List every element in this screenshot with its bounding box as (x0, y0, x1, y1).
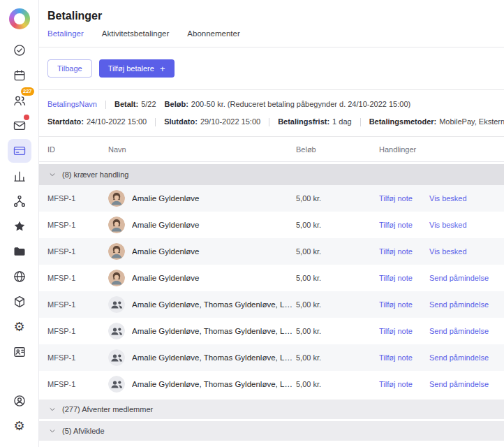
group-row-awaiting-members[interactable]: (277) Afventer medlemmer (39, 400, 504, 419)
sidebar-item-statistics[interactable] (8, 164, 31, 188)
start-date-label: Startdato: (47, 113, 84, 131)
row-id: MFSP-1 (47, 300, 108, 309)
group-row-requires-action[interactable]: (8) kræver handling (39, 164, 504, 185)
page-header: Betalinger Betalinger Aktivitetsbetaling… (39, 0, 504, 47)
back-button[interactable]: Tilbage (47, 59, 92, 78)
add-note-link[interactable]: Tilføj note (379, 327, 429, 335)
summary-line-1: BetalingsNavn Betalt: 5/22 Beløb: 200-50… (47, 96, 496, 113)
member-name: Amalie Gyldenløve (132, 221, 200, 229)
row-amount: 5,00 kr. (296, 247, 379, 256)
amount-stat: Beløb: 200-50 kr. (Reduceret betaling på… (165, 96, 411, 113)
amount-label: Beløb: (165, 96, 188, 113)
methods-value: MobilePay, Ekstern betaling (439, 113, 504, 131)
group-label: (8) kræver handling (62, 170, 128, 179)
add-note-link[interactable]: Tilføj note (379, 221, 429, 229)
table-row[interactable]: MFSP-1 Amalie Gyldenløve, Thomas Gyldenl… (39, 371, 504, 397)
hierarchy-icon (13, 194, 27, 208)
view-message-link[interactable]: Vis besked (429, 194, 467, 203)
send-reminder-link[interactable]: Send påmindelse (429, 353, 489, 362)
tab-betalinger[interactable]: Betalinger (47, 29, 84, 38)
sidebar-item-calendar[interactable] (8, 64, 31, 87)
table-row[interactable]: MFSP-1 Amalie Gyldenløve 5,00 kr. Tilføj… (39, 265, 504, 291)
sidebar-item-inbox[interactable] (8, 114, 31, 138)
sidebar-item-files[interactable] (8, 240, 31, 263)
members-count-badge: 227 (21, 87, 35, 96)
member-avatar (108, 270, 125, 286)
group-avatar-icon (108, 323, 125, 339)
send-reminder-link[interactable]: Send påmindelse (429, 274, 489, 282)
inbox-notification-badge (24, 115, 29, 120)
add-payers-button[interactable]: Tilføj betalere + (99, 59, 175, 78)
member-name: Amalie Gyldenløve, Thomas Gyldenløve, Lu… (132, 300, 296, 309)
payment-name-link[interactable]: BetalingsNavn (47, 96, 97, 113)
sidebar-item-tasks[interactable] (8, 38, 31, 62)
payment-card-icon (13, 144, 27, 158)
sidebar-item-payments[interactable] (8, 139, 31, 163)
send-reminder-link[interactable]: Send påmindelse (429, 327, 489, 335)
row-amount: 5,00 kr. (296, 327, 379, 335)
member-avatar (108, 190, 125, 207)
row-amount: 5,00 kr. (296, 353, 379, 362)
table-row[interactable]: MFSP-1 Amalie Gyldenløve 5,00 kr. Tilføj… (39, 238, 504, 265)
table-row[interactable]: MFSP-1 Amalie Gyldenløve 5,00 kr. Tilføj… (39, 212, 504, 238)
table-row[interactable]: MFSP-1 Amalie Gyldenløve, Thomas Gyldenl… (39, 318, 504, 344)
add-note-link[interactable]: Tilføj note (379, 274, 429, 282)
group-avatar-icon (108, 376, 125, 393)
group-avatar-icon (108, 349, 125, 366)
tab-abonnementer[interactable]: Abonnementer (187, 29, 239, 38)
member-name: Amalie Gyldenløve, Thomas Gyldenløve, Lu… (132, 327, 296, 335)
end-date-value: 29/10-2022 15:00 (200, 113, 260, 131)
end-date-label: Slutdato: (164, 113, 198, 131)
contact-card-icon (13, 345, 27, 359)
app-window: 227 ⚙ (0, 0, 504, 447)
add-note-link[interactable]: Tilføj note (379, 194, 429, 203)
page-title: Betalinger (47, 10, 496, 22)
paid-stat: Betalt: 5/22 (114, 96, 156, 113)
view-message-link[interactable]: Vis besked (429, 247, 467, 256)
add-note-link[interactable]: Tilføj note (379, 380, 429, 388)
amount-value: 200-50 kr. (Reduceret betaling påbegynde… (191, 96, 410, 113)
row-amount: 5,00 kr. (296, 194, 379, 203)
group-label: (5) Afviklede (62, 427, 105, 435)
member-avatar (108, 217, 125, 233)
separator (105, 101, 106, 109)
sidebar-item-members[interactable]: 227 (8, 89, 31, 112)
send-reminder-link[interactable]: Send påmindelse (429, 380, 489, 388)
table-row[interactable]: MFSP-1 Amalie Gyldenløve, Thomas Gyldenl… (39, 291, 504, 318)
add-note-link[interactable]: Tilføj note (379, 353, 429, 362)
sidebar-item-admin-settings[interactable]: ⚙ (8, 414, 31, 438)
paid-value: 5/22 (141, 96, 156, 113)
sidebar-item-favorites[interactable] (8, 214, 31, 238)
add-note-link[interactable]: Tilføj note (379, 300, 429, 309)
send-reminder-link[interactable]: Send påmindelse (429, 300, 489, 309)
column-header-navn: Navn (108, 145, 296, 154)
sidebar-item-profile[interactable] (8, 389, 31, 413)
summary-line-2: Startdato: 24/10-2022 15:00 Slutdato: 29… (47, 113, 496, 131)
row-id: MFSP-1 (47, 327, 108, 335)
app-logo[interactable] (9, 8, 30, 29)
tab-aktivitetsbetalinger[interactable]: Aktivitetsbetalinger (102, 29, 170, 38)
gear-icon: ⚙ (13, 420, 24, 432)
table-row[interactable]: MFSP-1 Amalie Gyldenløve, Thomas Gyldenl… (39, 344, 504, 371)
row-amount: 5,00 kr. (296, 221, 379, 229)
table-row[interactable]: MFSP-1 Amalie Gyldenløve 5,00 kr. Tilføj… (39, 185, 504, 212)
paid-label: Betalt: (114, 96, 138, 113)
row-id: MFSP-1 (47, 274, 108, 282)
view-message-link[interactable]: Vis besked (429, 221, 467, 229)
member-name: Amalie Gyldenløve (132, 274, 200, 282)
check-circle-icon (13, 43, 27, 57)
sidebar-item-hierarchy[interactable] (8, 189, 31, 213)
sidebar-item-contacts[interactable] (8, 340, 31, 364)
group-avatar-icon (108, 296, 125, 313)
user-circle-icon (13, 394, 27, 408)
column-header-handlinger: Handlinger (379, 145, 504, 154)
sidebar-item-products[interactable] (8, 290, 31, 314)
sidebar-item-settings[interactable]: ⚙ (8, 315, 31, 339)
deadline-stat: Betalingsfrist: 1 dag (278, 113, 352, 131)
group-row-settled[interactable]: (5) Afviklede (39, 421, 504, 441)
add-note-link[interactable]: Tilføj note (379, 247, 429, 256)
column-header-belob: Beløb (296, 145, 379, 154)
payment-summary: BetalingsNavn Betalt: 5/22 Beløb: 200-50… (39, 90, 504, 137)
sidebar-item-website[interactable] (8, 265, 31, 288)
deadline-value: 1 dag (332, 113, 352, 131)
